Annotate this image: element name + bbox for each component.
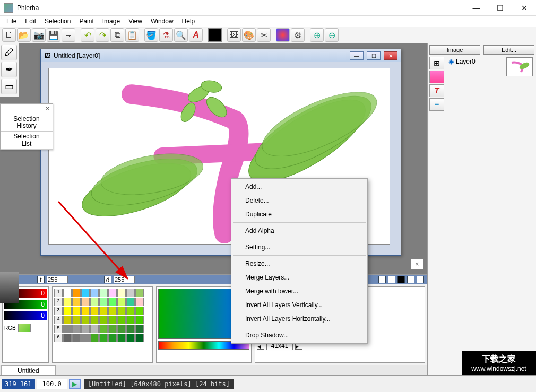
swatch-cell[interactable] — [72, 298, 81, 306]
swatch-cell[interactable] — [90, 334, 99, 342]
mode-d-icon[interactable]: ◧ — [407, 276, 414, 283]
swatch-cell[interactable] — [135, 325, 144, 333]
swatch-cell[interactable] — [90, 298, 99, 306]
zoom-value[interactable]: 100.0 — [37, 379, 67, 389]
layer-text-icon[interactable]: T — [429, 84, 444, 97]
swatch-cell[interactable] — [63, 325, 72, 333]
swatch-cell[interactable] — [99, 316, 108, 324]
swatch-cell[interactable] — [108, 316, 117, 324]
swatch-cell[interactable] — [81, 316, 90, 324]
ctx-duplicate[interactable]: Duplicate — [232, 207, 366, 221]
swatch-cell[interactable] — [99, 307, 108, 315]
layer-mask-icon[interactable] — [429, 71, 444, 83]
swatch-cell[interactable] — [63, 298, 72, 306]
swatch-cell[interactable] — [81, 289, 90, 297]
swatch-grid[interactable]: 123456 — [54, 289, 151, 342]
menu-file[interactable]: File — [2, 16, 21, 26]
ctx-add-alpha[interactable]: Add Alpha — [232, 224, 366, 238]
swatch-cell[interactable] — [126, 298, 135, 306]
ctx-invert-all-layers-horizontally[interactable]: Invert All Layers Horizontally... — [232, 312, 366, 326]
layer-add-icon[interactable]: ⊞ — [429, 57, 444, 69]
text-icon[interactable]: A — [189, 28, 203, 42]
swatch-cell[interactable] — [126, 307, 135, 315]
zoom-icon[interactable]: 🔍 — [174, 28, 188, 42]
ctx-drop-shadow[interactable]: Drop Shadow... — [232, 328, 366, 342]
edit-button[interactable]: Edit... — [483, 45, 534, 55]
layer-adjust-icon[interactable]: ≡ — [429, 98, 444, 111]
zoom-out-icon[interactable]: ⊖ — [325, 28, 339, 42]
document-titlebar[interactable]: 🖼 Untitled [Layer0] — ☐ ✕ — [41, 49, 401, 62]
swatch-cell[interactable] — [63, 316, 72, 324]
b-slider[interactable]: 0 — [4, 311, 47, 320]
stamp-icon[interactable]: ⚗ — [159, 28, 173, 42]
new-icon[interactable]: 🗋 — [2, 28, 16, 42]
swatch-cell[interactable] — [108, 325, 117, 333]
zoom-in-icon[interactable]: ⊕ — [310, 28, 324, 42]
doc-close-button[interactable]: ✕ — [384, 51, 397, 60]
mode-a-icon[interactable]: ▾ — [378, 276, 386, 283]
ctx-setting[interactable]: Setting... — [232, 240, 366, 254]
ctx-invert-all-layers-vertically[interactable]: Invert All Layers Vertically... — [232, 298, 366, 312]
swatch-cell[interactable] — [135, 334, 144, 342]
menu-paint[interactable]: Paint — [75, 16, 98, 26]
rect-tool-icon[interactable]: ▭ — [1, 79, 17, 94]
swatch-cell[interactable] — [108, 289, 117, 297]
swatch-cell[interactable] — [135, 289, 144, 297]
swatch-cell[interactable] — [90, 325, 99, 333]
layer-thumbnail[interactable] — [506, 57, 533, 76]
ctx-merge-with-lower[interactable]: Merge with lower... — [232, 284, 366, 298]
close-button[interactable]: ✕ — [512, 0, 536, 15]
doc-maximize-button[interactable]: ☐ — [367, 51, 381, 60]
camera-icon[interactable]: 📷 — [32, 28, 46, 42]
swatch-cell[interactable] — [135, 298, 144, 306]
menu-help[interactable]: Help — [178, 16, 200, 26]
selection-panel-close[interactable]: × — [1, 104, 53, 114]
swatch-cell[interactable] — [99, 298, 108, 306]
swatch-cell[interactable] — [72, 334, 81, 342]
swatch-cell[interactable] — [117, 298, 126, 306]
bottom-panel-close[interactable]: × — [411, 259, 423, 269]
save-icon[interactable]: 💾 — [47, 28, 60, 42]
doc-minimize-button[interactable]: — — [350, 51, 364, 60]
swatch-cell[interactable] — [90, 316, 99, 324]
print-icon[interactable]: 🖨 — [62, 28, 75, 42]
fill-icon[interactable]: 🪣 — [144, 28, 158, 42]
swatch-cell[interactable] — [63, 334, 72, 342]
image-button[interactable]: Image — [429, 45, 480, 55]
tool-c-icon[interactable]: ✂ — [257, 28, 271, 42]
pen-tool-icon[interactable]: ✒ — [1, 62, 17, 77]
mode-c-icon[interactable] — [397, 276, 405, 283]
minimize-button[interactable]: — — [464, 0, 488, 15]
settings-icon[interactable]: ⚙ — [291, 28, 305, 42]
maximize-button[interactable]: ☐ — [488, 0, 512, 15]
ctx-resize[interactable]: Resize... — [232, 257, 366, 271]
swatch-cell[interactable] — [81, 325, 90, 333]
swatch-cell[interactable] — [99, 334, 108, 342]
layer-visible-icon[interactable]: ◉ — [448, 58, 454, 65]
swatch-cell[interactable] — [108, 307, 117, 315]
swatch-cell[interactable] — [72, 316, 81, 324]
swatch-cell[interactable] — [99, 289, 108, 297]
swatch-cell[interactable] — [126, 325, 135, 333]
tool-b-icon[interactable]: 🎨 — [242, 28, 256, 42]
swatch-cell[interactable] — [72, 289, 81, 297]
menu-selection[interactable]: Selection — [40, 16, 75, 26]
open-icon[interactable]: 📂 — [17, 28, 31, 42]
swatch-cell[interactable] — [117, 334, 126, 342]
ctx-merge-layers[interactable]: Merge Layers... — [232, 271, 366, 284]
mode-b-icon[interactable]: ✎ — [388, 276, 395, 283]
foreground-color[interactable] — [208, 28, 222, 42]
color-adjust-icon[interactable] — [276, 28, 290, 42]
swatch-cell[interactable] — [63, 289, 72, 297]
swatch-cell[interactable] — [90, 307, 99, 315]
mode-e-icon[interactable]: ◗ — [417, 276, 424, 283]
ctx-add[interactable]: Add... — [232, 180, 366, 194]
tab-untitled[interactable]: Untitled — [1, 365, 56, 376]
swatch-cell[interactable] — [81, 298, 90, 306]
swatch-cell[interactable] — [108, 298, 117, 306]
swatch-cell[interactable] — [126, 334, 135, 342]
d-value-input[interactable] — [114, 276, 135, 283]
menu-window[interactable]: Window — [146, 16, 178, 26]
brush-tool-icon[interactable]: 🖊 — [1, 45, 17, 60]
menu-image[interactable]: Image — [98, 16, 124, 26]
